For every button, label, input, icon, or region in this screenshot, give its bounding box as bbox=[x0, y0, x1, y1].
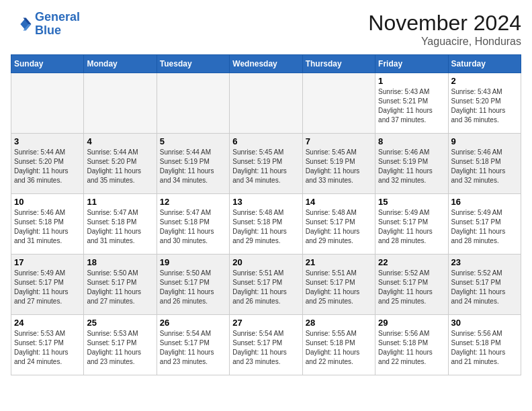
calendar-cell: 16Sunrise: 5:49 AM Sunset: 5:17 PM Dayli… bbox=[448, 194, 521, 255]
day-info: Sunrise: 5:48 AM Sunset: 5:17 PM Dayligh… bbox=[306, 208, 372, 246]
day-number: 24 bbox=[14, 318, 81, 328]
day-info: Sunrise: 5:46 AM Sunset: 5:18 PM Dayligh… bbox=[14, 208, 81, 246]
day-info: Sunrise: 5:44 AM Sunset: 5:19 PM Dayligh… bbox=[160, 148, 226, 185]
day-info: Sunrise: 5:56 AM Sunset: 5:18 PM Dayligh… bbox=[451, 329, 518, 367]
calendar-cell: 1Sunrise: 5:43 AM Sunset: 5:21 PM Daylig… bbox=[375, 73, 448, 134]
weekday-header-saturday: Saturday bbox=[448, 55, 521, 73]
day-number: 11 bbox=[87, 197, 153, 207]
day-info: Sunrise: 5:43 AM Sunset: 5:20 PM Dayligh… bbox=[451, 87, 518, 125]
calendar-cell: 23Sunrise: 5:52 AM Sunset: 5:17 PM Dayli… bbox=[448, 255, 521, 315]
day-info: Sunrise: 5:50 AM Sunset: 5:17 PM Dayligh… bbox=[160, 269, 226, 306]
calendar-cell: 21Sunrise: 5:51 AM Sunset: 5:17 PM Dayli… bbox=[302, 255, 375, 315]
day-info: Sunrise: 5:49 AM Sunset: 5:17 PM Dayligh… bbox=[14, 269, 81, 306]
day-number: 20 bbox=[232, 257, 299, 267]
calendar-cell: 19Sunrise: 5:50 AM Sunset: 5:17 PM Dayli… bbox=[157, 255, 229, 315]
day-number: 30 bbox=[451, 318, 518, 328]
calendar-cell: 12Sunrise: 5:47 AM Sunset: 5:18 PM Dayli… bbox=[157, 194, 229, 255]
day-number: 18 bbox=[87, 257, 153, 267]
calendar-week-row: 3Sunrise: 5:44 AM Sunset: 5:20 PM Daylig… bbox=[11, 134, 521, 194]
calendar-cell: 13Sunrise: 5:48 AM Sunset: 5:18 PM Dayli… bbox=[230, 194, 302, 255]
day-number: 28 bbox=[306, 318, 372, 328]
title-block: November 2024 Yaguacire, Honduras bbox=[368, 11, 521, 48]
day-number: 13 bbox=[232, 197, 299, 207]
calendar-cell: 6Sunrise: 5:45 AM Sunset: 5:19 PM Daylig… bbox=[230, 134, 302, 194]
day-info: Sunrise: 5:52 AM Sunset: 5:17 PM Dayligh… bbox=[451, 269, 518, 306]
day-info: Sunrise: 5:49 AM Sunset: 5:17 PM Dayligh… bbox=[378, 208, 445, 246]
calendar-cell: 17Sunrise: 5:49 AM Sunset: 5:17 PM Dayli… bbox=[11, 255, 84, 315]
day-number: 3 bbox=[14, 136, 81, 146]
day-info: Sunrise: 5:43 AM Sunset: 5:21 PM Dayligh… bbox=[378, 87, 445, 125]
day-number: 4 bbox=[87, 136, 153, 146]
day-number: 26 bbox=[160, 318, 226, 328]
day-info: Sunrise: 5:52 AM Sunset: 5:17 PM Dayligh… bbox=[378, 269, 445, 306]
day-number: 17 bbox=[14, 257, 81, 267]
calendar-cell bbox=[230, 73, 302, 134]
day-info: Sunrise: 5:55 AM Sunset: 5:18 PM Dayligh… bbox=[306, 329, 372, 367]
calendar-cell: 28Sunrise: 5:55 AM Sunset: 5:18 PM Dayli… bbox=[302, 315, 375, 375]
calendar-cell: 4Sunrise: 5:44 AM Sunset: 5:20 PM Daylig… bbox=[84, 134, 157, 194]
calendar-cell bbox=[11, 73, 84, 134]
month-title: November 2024 bbox=[368, 11, 521, 36]
calendar-cell: 11Sunrise: 5:47 AM Sunset: 5:18 PM Dayli… bbox=[84, 194, 157, 255]
day-info: Sunrise: 5:44 AM Sunset: 5:20 PM Dayligh… bbox=[14, 148, 81, 185]
weekday-header-tuesday: Tuesday bbox=[157, 55, 229, 73]
day-number: 8 bbox=[378, 136, 445, 146]
day-number: 29 bbox=[378, 318, 445, 328]
day-number: 7 bbox=[306, 136, 372, 146]
day-number: 23 bbox=[451, 257, 518, 267]
calendar-header: SundayMondayTuesdayWednesdayThursdayFrid… bbox=[11, 55, 521, 73]
calendar-cell: 27Sunrise: 5:54 AM Sunset: 5:17 PM Dayli… bbox=[230, 315, 302, 375]
logo-icon bbox=[11, 13, 32, 35]
logo-text: General Blue bbox=[35, 11, 80, 38]
calendar-cell: 29Sunrise: 5:56 AM Sunset: 5:18 PM Dayli… bbox=[375, 315, 448, 375]
day-info: Sunrise: 5:53 AM Sunset: 5:17 PM Dayligh… bbox=[14, 329, 81, 367]
calendar-cell: 8Sunrise: 5:46 AM Sunset: 5:19 PM Daylig… bbox=[375, 134, 448, 194]
calendar-cell: 18Sunrise: 5:50 AM Sunset: 5:17 PM Dayli… bbox=[84, 255, 157, 315]
calendar-cell: 9Sunrise: 5:46 AM Sunset: 5:18 PM Daylig… bbox=[448, 134, 521, 194]
day-info: Sunrise: 5:50 AM Sunset: 5:17 PM Dayligh… bbox=[87, 269, 153, 306]
calendar-cell: 22Sunrise: 5:52 AM Sunset: 5:17 PM Dayli… bbox=[375, 255, 448, 315]
page-header: General Blue November 2024 Yaguacire, Ho… bbox=[11, 11, 521, 48]
calendar-cell bbox=[302, 73, 375, 134]
calendar: SundayMondayTuesdayWednesdayThursdayFrid… bbox=[11, 54, 521, 375]
day-number: 10 bbox=[14, 197, 81, 207]
day-info: Sunrise: 5:47 AM Sunset: 5:18 PM Dayligh… bbox=[87, 208, 153, 246]
day-info: Sunrise: 5:46 AM Sunset: 5:18 PM Dayligh… bbox=[451, 148, 518, 185]
day-info: Sunrise: 5:45 AM Sunset: 5:19 PM Dayligh… bbox=[232, 148, 299, 185]
day-number: 9 bbox=[451, 136, 518, 146]
day-number: 21 bbox=[306, 257, 372, 267]
calendar-week-row: 17Sunrise: 5:49 AM Sunset: 5:17 PM Dayli… bbox=[11, 255, 521, 315]
day-info: Sunrise: 5:54 AM Sunset: 5:17 PM Dayligh… bbox=[232, 329, 299, 367]
calendar-week-row: 10Sunrise: 5:46 AM Sunset: 5:18 PM Dayli… bbox=[11, 194, 521, 255]
calendar-cell: 20Sunrise: 5:51 AM Sunset: 5:17 PM Dayli… bbox=[230, 255, 302, 315]
day-number: 14 bbox=[306, 197, 372, 207]
day-info: Sunrise: 5:49 AM Sunset: 5:17 PM Dayligh… bbox=[451, 208, 518, 246]
calendar-cell: 10Sunrise: 5:46 AM Sunset: 5:18 PM Dayli… bbox=[11, 194, 84, 255]
day-info: Sunrise: 5:45 AM Sunset: 5:19 PM Dayligh… bbox=[306, 148, 372, 185]
day-number: 6 bbox=[232, 136, 299, 146]
day-number: 22 bbox=[378, 257, 445, 267]
day-info: Sunrise: 5:51 AM Sunset: 5:17 PM Dayligh… bbox=[306, 269, 372, 306]
calendar-cell: 26Sunrise: 5:54 AM Sunset: 5:17 PM Dayli… bbox=[157, 315, 229, 375]
calendar-cell: 15Sunrise: 5:49 AM Sunset: 5:17 PM Dayli… bbox=[375, 194, 448, 255]
calendar-cell: 7Sunrise: 5:45 AM Sunset: 5:19 PM Daylig… bbox=[302, 134, 375, 194]
day-info: Sunrise: 5:44 AM Sunset: 5:20 PM Dayligh… bbox=[87, 148, 153, 185]
calendar-cell: 24Sunrise: 5:53 AM Sunset: 5:17 PM Dayli… bbox=[11, 315, 84, 375]
day-info: Sunrise: 5:47 AM Sunset: 5:18 PM Dayligh… bbox=[160, 208, 226, 246]
day-number: 5 bbox=[160, 136, 226, 146]
calendar-week-row: 1Sunrise: 5:43 AM Sunset: 5:21 PM Daylig… bbox=[11, 73, 521, 134]
weekday-header-row: SundayMondayTuesdayWednesdayThursdayFrid… bbox=[11, 55, 521, 73]
day-number: 25 bbox=[87, 318, 153, 328]
day-info: Sunrise: 5:51 AM Sunset: 5:17 PM Dayligh… bbox=[232, 269, 299, 306]
calendar-cell bbox=[84, 73, 157, 134]
weekday-header-monday: Monday bbox=[84, 55, 157, 73]
day-number: 1 bbox=[378, 76, 445, 86]
calendar-cell: 25Sunrise: 5:53 AM Sunset: 5:17 PM Dayli… bbox=[84, 315, 157, 375]
location-title: Yaguacire, Honduras bbox=[368, 36, 521, 48]
day-number: 16 bbox=[451, 197, 518, 207]
calendar-cell: 30Sunrise: 5:56 AM Sunset: 5:18 PM Dayli… bbox=[448, 315, 521, 375]
day-info: Sunrise: 5:56 AM Sunset: 5:18 PM Dayligh… bbox=[378, 329, 445, 367]
calendar-body: 1Sunrise: 5:43 AM Sunset: 5:21 PM Daylig… bbox=[11, 73, 521, 375]
day-number: 19 bbox=[160, 257, 226, 267]
calendar-week-row: 24Sunrise: 5:53 AM Sunset: 5:17 PM Dayli… bbox=[11, 315, 521, 375]
